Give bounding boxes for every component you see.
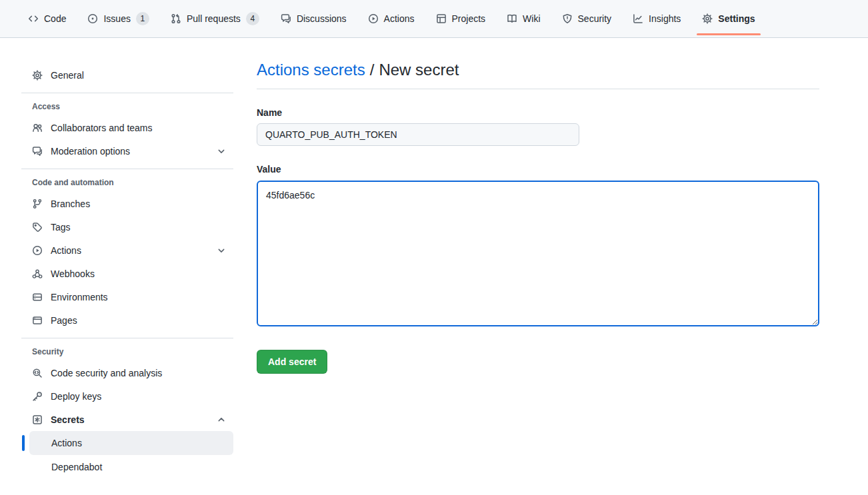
issue-opened-icon (87, 13, 98, 24)
sidebar-item-label: Secrets (51, 414, 85, 425)
git-pull-request-icon (171, 13, 181, 24)
value-field-label: Value (257, 164, 819, 175)
sidebar-subitem-label: Dependabot (51, 462, 102, 472)
tab-label: Discussions (297, 13, 347, 24)
sidebar-item-actions[interactable]: Actions (21, 239, 233, 262)
tab-issues[interactable]: Issues 1 (81, 0, 155, 37)
sidebar-divider (21, 169, 233, 169)
tab-discussions[interactable]: Discussions (274, 0, 353, 37)
page-title-current: New secret (379, 61, 459, 79)
sidebar-item-label: Collaborators and teams (51, 123, 153, 133)
tab-label: Wiki (523, 13, 540, 24)
tab-label: Code (44, 13, 66, 24)
tab-label: Issues (103, 13, 130, 24)
sidebar-item-label: Tags (51, 222, 71, 233)
secret-name-input[interactable] (257, 123, 579, 146)
sidebar-item-deploy-keys[interactable]: Deploy keys (21, 384, 233, 408)
secret-asterisk-icon (32, 414, 43, 425)
sidebar-item-collaborators-and-teams[interactable]: Collaborators and teams (21, 116, 233, 139)
comment-discussion-icon (281, 13, 291, 24)
chevron-up-icon (216, 414, 227, 425)
issues-count-badge: 1 (136, 12, 149, 25)
sidebar-item-label: Pages (51, 315, 77, 326)
people-icon (32, 123, 43, 133)
comment-discussion-icon (32, 146, 43, 157)
sidebar-subitem-secrets-dependabot[interactable]: Dependabot (29, 455, 233, 479)
sidebar-item-label: Code security and analysis (51, 368, 162, 378)
sidebar-section-code-and-automation: Code and automation Branches Tags Action… (21, 176, 233, 332)
shield-icon (562, 13, 573, 24)
sidebar-section-title: Security (21, 345, 233, 358)
tab-security[interactable]: Security (555, 0, 619, 37)
gear-icon (702, 13, 713, 24)
secret-value-textarea[interactable]: 45fd6ae56c (257, 181, 819, 326)
sidebar-item-webhooks[interactable]: Webhooks (21, 262, 233, 285)
book-icon (507, 13, 517, 24)
tab-label: Actions (384, 13, 415, 24)
repo-tab-bar: Code Issues 1 Pull requests 4 Discussion… (0, 0, 868, 38)
settings-sidebar: General Access Collaborators and teams M… (21, 38, 233, 479)
page-title: Actions secrets/New secret (257, 60, 819, 80)
add-secret-button[interactable]: Add secret (257, 350, 327, 374)
tab-label: Settings (718, 13, 755, 24)
sidebar-item-pages[interactable]: Pages (21, 308, 233, 332)
sidebar-item-branches[interactable]: Branches (21, 192, 233, 215)
sidebar-item-label: General (51, 70, 84, 81)
name-field-label: Name (257, 107, 819, 118)
sidebar-section-security: Security Code security and analysis Depl… (21, 345, 233, 479)
sidebar-item-secrets[interactable]: Secrets (21, 408, 233, 431)
breadcrumb-separator: / (370, 61, 375, 79)
tab-code[interactable]: Code (21, 0, 73, 37)
chevron-down-icon (216, 245, 227, 256)
sidebar-divider (21, 93, 233, 93)
tab-label: Pull requests (187, 13, 241, 24)
tab-label: Projects (452, 13, 486, 24)
sidebar-item-label: Branches (51, 199, 90, 209)
sidebar-item-tags[interactable]: Tags (21, 215, 233, 239)
sidebar-item-label: Deploy keys (51, 391, 101, 402)
sidebar-section-title: Access (21, 100, 233, 113)
tab-label: Security (578, 13, 612, 24)
tab-projects[interactable]: Projects (429, 0, 493, 37)
gear-icon (32, 70, 43, 81)
chevron-down-icon (216, 146, 227, 157)
tab-wiki[interactable]: Wiki (500, 0, 547, 37)
sidebar-item-label: Environments (51, 292, 108, 302)
play-icon (368, 13, 379, 24)
breadcrumb-actions-secrets-link[interactable]: Actions secrets (257, 61, 365, 79)
tab-label: Insights (649, 13, 681, 24)
table-icon (436, 13, 447, 24)
sidebar-item-label: Actions (51, 245, 81, 256)
title-divider (257, 89, 819, 89)
graph-icon (633, 13, 643, 24)
server-icon (32, 292, 43, 302)
sidebar-item-label: Moderation options (51, 146, 130, 157)
main-content: Actions secrets/New secret Name Value 45… (257, 38, 819, 374)
tab-insights[interactable]: Insights (626, 0, 687, 37)
sidebar-item-environments[interactable]: Environments (21, 285, 233, 308)
sidebar-item-moderation-options[interactable]: Moderation options (21, 139, 233, 163)
sidebar-subitem-secrets-actions[interactable]: Actions (29, 431, 233, 455)
sidebar-section-title: Code and automation (21, 176, 233, 189)
code-icon (28, 13, 39, 24)
sidebar-subitem-label: Actions (51, 438, 82, 448)
sidebar-item-general[interactable]: General (21, 63, 233, 87)
key-icon (32, 391, 43, 402)
tag-icon (32, 222, 43, 233)
tab-settings[interactable]: Settings (695, 0, 761, 37)
browser-icon (32, 315, 43, 326)
sidebar-divider (21, 338, 233, 338)
tab-actions[interactable]: Actions (361, 0, 421, 37)
codescan-icon (32, 368, 43, 378)
webhook-icon (32, 268, 43, 279)
play-icon (32, 245, 43, 256)
git-branch-icon (32, 199, 43, 209)
tab-pull-requests[interactable]: Pull requests 4 (164, 0, 266, 37)
sidebar-section-access: Access Collaborators and teams Moderatio… (21, 100, 233, 163)
sidebar-item-label: Webhooks (51, 268, 95, 279)
pull-requests-count-badge: 4 (246, 12, 259, 25)
repo-tabs: Code Issues 1 Pull requests 4 Discussion… (21, 0, 762, 37)
sidebar-item-code-security-and-analysis[interactable]: Code security and analysis (21, 361, 233, 384)
